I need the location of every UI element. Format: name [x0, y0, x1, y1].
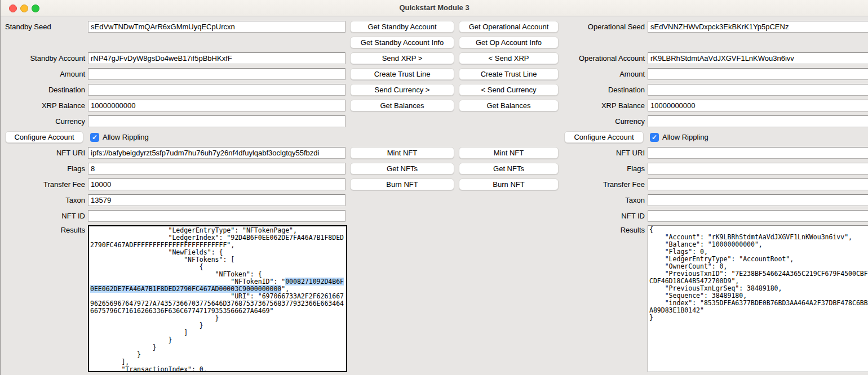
standby-taxon-label: Taxon [1, 194, 85, 206]
standby-nft-id-label: NFT ID [1, 210, 85, 222]
standby-account-input[interactable] [88, 52, 346, 64]
operational-xrp-balance-label: XRP Balance [560, 100, 645, 111]
operational-flags-label: Flags [560, 163, 645, 175]
get-standby-account-button[interactable]: Get Standby Account [350, 21, 454, 33]
checkmark-icon: ✓ [652, 133, 657, 141]
standby-nft-uri-label: NFT URI [1, 147, 85, 159]
send-currency-left-button[interactable]: < Send Currency [459, 84, 559, 96]
get-nfts-right-button[interactable]: Get NFTs [459, 163, 559, 175]
burn-nft-left-button[interactable]: Burn NFT [350, 178, 454, 190]
operational-taxon-input[interactable] [648, 194, 868, 206]
operational-nft-uri-input[interactable] [648, 147, 868, 159]
get-operational-account-button[interactable]: Get Operational Account [459, 21, 559, 33]
operational-transfer-fee-label: Transfer Fee [560, 178, 645, 190]
standby-nft-id-input[interactable] [88, 210, 346, 222]
window-title: Quickstart Module 3 [1, 0, 868, 16]
operational-currency-label: Currency [560, 115, 645, 127]
standby-amount-label: Amount [1, 68, 85, 80]
standby-destination-label: Destination [1, 84, 85, 96]
standby-flags-label: Flags [1, 163, 85, 175]
operational-results-text: { "Account": "rK9LBRhStdmtAaVdJXGVF1LnKW… [649, 226, 868, 322]
operational-destination-input[interactable] [648, 84, 868, 96]
create-trust-line-right-button[interactable]: Create Trust Line [459, 68, 559, 80]
operational-transfer-fee-input[interactable] [648, 178, 868, 190]
send-xrp-left-button[interactable]: < Send XRP [459, 52, 559, 64]
app-window: Quickstart Module 3 Standby Seed Standby… [0, 0, 868, 375]
standby-xrp-balance-label: XRP Balance [1, 100, 85, 111]
operational-configure-account-button[interactable]: Configure Account [564, 131, 644, 143]
standby-seed-input[interactable] [88, 21, 346, 33]
operational-allow-rippling-checkbox[interactable]: ✓ [650, 133, 659, 142]
get-op-account-info-button[interactable]: Get Op Account Info [459, 37, 559, 48]
operational-nft-id-input[interactable] [648, 210, 868, 222]
standby-results-textarea[interactable]: "LedgerEntryType": "NFTokenPage", "Ledge… [88, 225, 347, 372]
standby-taxon-input[interactable] [88, 194, 346, 206]
standby-results-label: Results [1, 226, 85, 234]
operational-seed-input[interactable] [648, 21, 868, 33]
operational-account-input[interactable] [648, 52, 868, 64]
operational-seed-label: Operational Seed [560, 21, 645, 33]
get-balances-right-button[interactable]: Get Balances [459, 100, 559, 111]
standby-nft-uri-input[interactable] [88, 147, 346, 159]
operational-account-label: Operational Account [560, 52, 645, 64]
standby-destination-input[interactable] [88, 84, 346, 96]
title-bar: Quickstart Module 3 [1, 0, 868, 16]
standby-currency-label: Currency [1, 115, 85, 127]
standby-transfer-fee-label: Transfer Fee [1, 178, 85, 190]
checkmark-icon: ✓ [92, 133, 98, 141]
operational-flags-input[interactable] [648, 163, 868, 175]
mint-nft-left-button[interactable]: Mint NFT [350, 147, 454, 159]
standby-currency-input[interactable] [88, 115, 346, 127]
operational-results-label: Results [560, 226, 645, 234]
operational-allow-rippling-label: Allow Rippling [662, 132, 708, 144]
operational-results-textarea[interactable]: { "Account": "rK9LBRhStdmtAaVdJXGVF1LnKW… [648, 225, 868, 372]
get-standby-account-info-button[interactable]: Get Standby Account Info [350, 37, 454, 48]
standby-allow-rippling-label: Allow Rippling [103, 132, 149, 144]
get-balances-left-button[interactable]: Get Balances [350, 100, 454, 111]
operational-amount-input[interactable] [648, 68, 868, 80]
standby-transfer-fee-input[interactable] [88, 178, 346, 190]
standby-results-text-after: ", "URI": "697066733A2F2F6261667 9626569… [90, 285, 344, 372]
standby-flags-input[interactable] [88, 163, 346, 175]
operational-currency-input[interactable] [648, 115, 868, 127]
get-nfts-left-button[interactable]: Get NFTs [350, 163, 454, 175]
mint-nft-right-button[interactable]: Mint NFT [459, 147, 559, 159]
standby-amount-input[interactable] [88, 68, 346, 80]
operational-nft-id-label: NFT ID [560, 210, 645, 222]
operational-amount-label: Amount [560, 68, 645, 80]
standby-configure-account-button[interactable]: Configure Account [5, 131, 83, 143]
operational-nft-uri-label: NFT URI [560, 147, 645, 159]
operational-xrp-balance-input[interactable] [648, 100, 868, 111]
standby-seed-label: Standby Seed [1, 21, 85, 33]
operational-destination-label: Destination [560, 84, 645, 96]
send-xrp-right-button[interactable]: Send XRP > [350, 52, 454, 64]
create-trust-line-left-button[interactable]: Create Trust Line [350, 68, 454, 80]
operational-taxon-label: Taxon [560, 194, 645, 206]
standby-results-text-before: "LedgerEntryType": "NFTokenPage", "Ledge… [90, 226, 344, 285]
send-currency-right-button[interactable]: Send Currency > [350, 84, 454, 96]
standby-account-label: Standby Account [1, 52, 85, 64]
standby-xrp-balance-input[interactable] [88, 100, 346, 111]
burn-nft-right-button[interactable]: Burn NFT [459, 178, 559, 190]
standby-allow-rippling-checkbox[interactable]: ✓ [90, 133, 99, 142]
